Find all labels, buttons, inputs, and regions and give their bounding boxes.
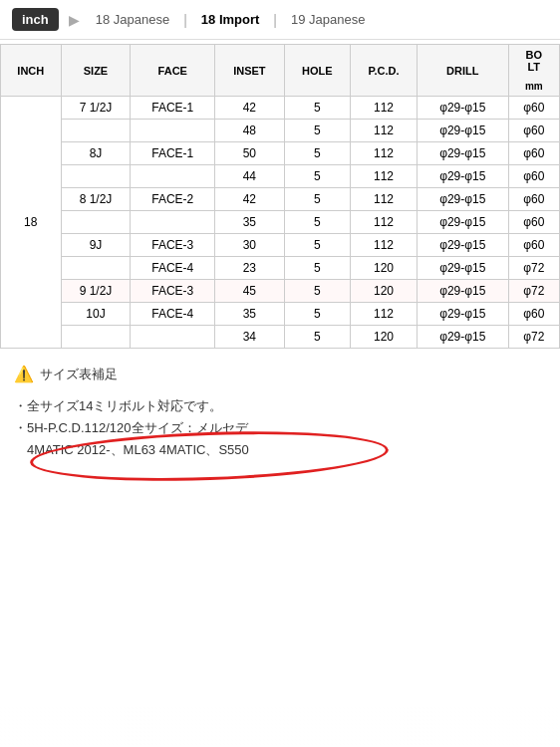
- top-navigation: inch ▶ 18 Japanese | 18 Import | 19 Japa…: [0, 0, 560, 40]
- header-face: FACE: [131, 45, 215, 97]
- cell-bolt: φ60: [508, 303, 559, 326]
- cell-size: 7 1/2J: [61, 97, 131, 120]
- cell-pcd: 112: [350, 211, 417, 234]
- header-pcd: P.C.D.: [350, 45, 417, 97]
- cell-pcd: 112: [350, 303, 417, 326]
- bottom-fade: [0, 707, 560, 747]
- divider-2: |: [273, 12, 277, 28]
- cell-bolt: φ60: [508, 165, 559, 188]
- header-size: SIZE: [61, 45, 131, 97]
- header-drill: DRILL: [418, 45, 509, 97]
- cell-drill: φ29-φ15: [418, 326, 509, 349]
- cell-inset: 35: [215, 211, 284, 234]
- cell-bolt: φ72: [508, 326, 559, 349]
- cell-bolt: φ60: [508, 142, 559, 165]
- warning-icon: ⚠️: [14, 361, 34, 387]
- cell-size: 8 1/2J: [61, 188, 131, 211]
- note-line-1: ・全サイズ14ミリボルト対応です。: [14, 395, 546, 417]
- cell-face: FACE-2: [131, 188, 215, 211]
- cell-face: FACE-4: [131, 257, 215, 280]
- cell-size: 9 1/2J: [61, 280, 131, 303]
- divider-1: |: [183, 12, 187, 28]
- cell-face: FACE-1: [131, 142, 215, 165]
- size-table-container: INCH SIZE FACE INSET HOLE P.C.D. DRILL B…: [0, 44, 560, 349]
- cell-hole: 5: [284, 257, 350, 280]
- cell-pcd: 112: [350, 234, 417, 257]
- cell-bolt: φ60: [508, 211, 559, 234]
- cell-size: 10J: [61, 303, 131, 326]
- cell-hole: 5: [284, 188, 350, 211]
- cell-inset: 34: [215, 326, 284, 349]
- cell-face: [131, 165, 215, 188]
- cell-face: FACE-3: [131, 280, 215, 303]
- cell-inset: 44: [215, 165, 284, 188]
- cell-hole: 5: [284, 280, 350, 303]
- cell-bolt: φ72: [508, 257, 559, 280]
- notes-section: ⚠️ サイズ表補足 ・全サイズ14ミリボルト対応です。 ・5H-P.C.D.11…: [0, 349, 560, 473]
- tab-19-japanese[interactable]: 19 Japanese: [285, 8, 371, 31]
- cell-hole: 5: [284, 326, 350, 349]
- cell-drill: φ29-φ15: [418, 97, 509, 120]
- cell-pcd: 120: [350, 257, 417, 280]
- cell-pcd: 112: [350, 165, 417, 188]
- header-bolt-sub: mm: [508, 77, 559, 97]
- notes-warning: ⚠️ サイズ表補足: [14, 361, 546, 387]
- cell-pcd: 112: [350, 97, 417, 120]
- cell-hole: 5: [284, 303, 350, 326]
- cell-inset: 42: [215, 97, 284, 120]
- cell-face: [131, 211, 215, 234]
- tab-18-japanese[interactable]: 18 Japanese: [90, 8, 175, 31]
- cell-inset: 45: [215, 280, 284, 303]
- header-hole: HOLE: [284, 45, 350, 97]
- cell-size: [61, 211, 131, 234]
- cell-pcd: 112: [350, 142, 417, 165]
- cell-face: [131, 326, 215, 349]
- cell-hole: 5: [284, 211, 350, 234]
- cell-bolt: φ60: [508, 188, 559, 211]
- cell-inset: 35: [215, 303, 284, 326]
- cell-inset: 48: [215, 120, 284, 142]
- cell-size: [61, 165, 131, 188]
- cell-drill: φ29-φ15: [418, 257, 509, 280]
- cell-size: [61, 257, 131, 280]
- cell-inset: 30: [215, 234, 284, 257]
- size-table: INCH SIZE FACE INSET HOLE P.C.D. DRILL B…: [0, 44, 560, 349]
- cell-drill: φ29-φ15: [418, 280, 509, 303]
- cell-drill: φ29-φ15: [418, 234, 509, 257]
- cell-bolt: φ72: [508, 280, 559, 303]
- cell-size: 8J: [61, 142, 131, 165]
- tab-inch[interactable]: inch: [12, 8, 59, 31]
- cell-inch: 18: [1, 97, 62, 349]
- cell-bolt: φ60: [508, 234, 559, 257]
- nav-arrow: ▶: [69, 12, 80, 28]
- cell-size: 9J: [61, 234, 131, 257]
- tab-18-import[interactable]: 18 Import: [195, 8, 266, 31]
- header-inch: INCH: [1, 45, 62, 97]
- cell-hole: 5: [284, 165, 350, 188]
- note-line-2: ・5H-P.C.D.112/120全サイズ：メルセデ: [14, 417, 546, 439]
- cell-hole: 5: [284, 234, 350, 257]
- header-inset: INSET: [215, 45, 284, 97]
- cell-face: FACE-1: [131, 97, 215, 120]
- header-bolt: BOLT: [508, 45, 559, 78]
- cell-pcd: 120: [350, 280, 417, 303]
- cell-drill: φ29-φ15: [418, 165, 509, 188]
- cell-hole: 5: [284, 142, 350, 165]
- cell-size: [61, 120, 131, 142]
- cell-drill: φ29-φ15: [418, 120, 509, 142]
- warning-label: サイズ表補足: [40, 364, 118, 385]
- cell-pcd: 112: [350, 188, 417, 211]
- cell-drill: φ29-φ15: [418, 142, 509, 165]
- cell-face: [131, 120, 215, 142]
- cell-hole: 5: [284, 97, 350, 120]
- note-line-3: 4MATIC 2012-、ML63 4MATIC、S550: [14, 439, 546, 461]
- cell-inset: 42: [215, 188, 284, 211]
- cell-bolt: φ60: [508, 120, 559, 142]
- cell-drill: φ29-φ15: [418, 188, 509, 211]
- cell-bolt: φ60: [508, 97, 559, 120]
- cell-size: [61, 326, 131, 349]
- content-wrapper: INCH SIZE FACE INSET HOLE P.C.D. DRILL B…: [0, 44, 560, 473]
- cell-pcd: 120: [350, 326, 417, 349]
- cell-inset: 50: [215, 142, 284, 165]
- cell-face: FACE-4: [131, 303, 215, 326]
